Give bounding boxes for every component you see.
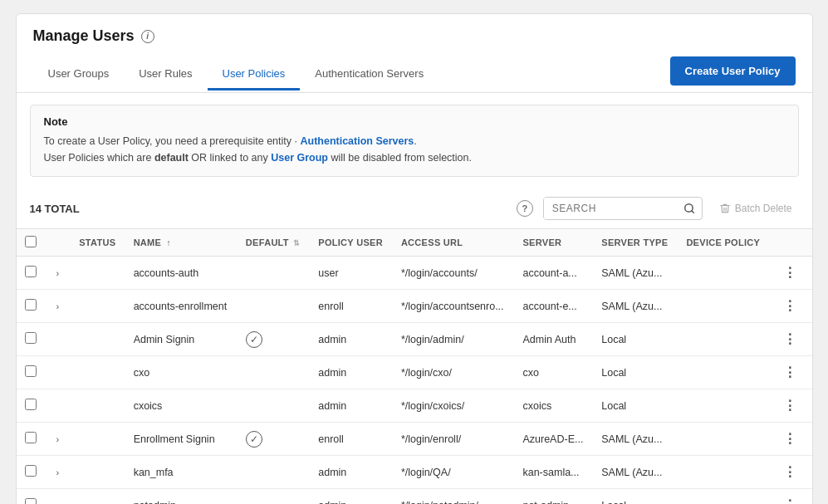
row-actions-button[interactable]: ⋮ bbox=[778, 496, 802, 504]
row-server: account-e... bbox=[514, 290, 593, 323]
row-device-policy bbox=[678, 356, 770, 389]
search-input[interactable] bbox=[544, 198, 677, 219]
row-default bbox=[238, 456, 310, 489]
row-policy-user: admin bbox=[310, 323, 393, 356]
row-expand-cell: › bbox=[45, 456, 71, 489]
note-auth-servers-link[interactable]: Authentication Servers bbox=[300, 135, 414, 147]
row-server: net-admin bbox=[514, 489, 593, 505]
batch-delete-button[interactable]: Batch Delete bbox=[713, 199, 799, 218]
row-access-url: */login/cxo/ bbox=[393, 356, 515, 389]
row-device-policy bbox=[678, 290, 770, 323]
row-actions-button[interactable]: ⋮ bbox=[778, 462, 802, 482]
row-access-url: */login/accounts/ bbox=[393, 257, 515, 290]
tabs: User Groups User Rules User Policies Aut… bbox=[33, 59, 439, 91]
row-policy-user: admin bbox=[310, 389, 393, 423]
row-name: accounts-auth bbox=[125, 257, 238, 290]
tab-user-policies[interactable]: User Policies bbox=[208, 59, 301, 91]
table-row: cxoicsadmin*/login/cxoics/cxoicsLocal⋮ bbox=[17, 389, 812, 423]
row-name: accounts-enrollment bbox=[125, 290, 238, 323]
row-actions-button[interactable]: ⋮ bbox=[778, 429, 802, 448]
row-checkbox[interactable] bbox=[25, 332, 37, 344]
row-status bbox=[71, 489, 125, 505]
row-policy-user: enroll bbox=[310, 290, 393, 323]
table-row: ›accounts-enrollmentenroll*/login/accoun… bbox=[17, 290, 812, 323]
row-device-policy bbox=[678, 489, 770, 505]
col-header-device-policy: DEVICE POLICY bbox=[678, 229, 770, 257]
row-expand-button[interactable]: › bbox=[53, 466, 63, 479]
row-access-url: */login/netadmin/ bbox=[393, 489, 515, 505]
row-server-type: Local bbox=[593, 323, 678, 356]
table-row: Admin Signin✓admin*/login/admin/Admin Au… bbox=[17, 323, 812, 356]
row-expand-cell bbox=[45, 356, 71, 389]
row-expand-cell bbox=[45, 323, 71, 356]
create-user-policy-button[interactable]: Create User Policy bbox=[670, 56, 796, 86]
row-actions-button[interactable]: ⋮ bbox=[778, 296, 802, 316]
tab-authentication-servers[interactable]: Authentication Servers bbox=[300, 59, 438, 91]
row-policy-user: admin bbox=[310, 489, 393, 505]
note-line2-prefix: User Policies which are bbox=[44, 152, 154, 164]
row-server-type: SAML (Azu... bbox=[593, 257, 678, 290]
row-actions-cell: ⋮ bbox=[770, 456, 811, 489]
row-default: ✓ bbox=[238, 323, 310, 356]
note-user-group-link[interactable]: User Group bbox=[271, 152, 328, 164]
select-all-checkbox[interactable] bbox=[25, 236, 37, 247]
batch-delete-label: Batch Delete bbox=[735, 203, 792, 214]
row-checkbox[interactable] bbox=[25, 266, 37, 277]
row-actions-button[interactable]: ⋮ bbox=[778, 330, 802, 349]
row-policy-user: enroll bbox=[310, 423, 393, 456]
tab-user-rules[interactable]: User Rules bbox=[124, 59, 207, 91]
row-checkbox[interactable] bbox=[25, 365, 37, 377]
col-header-actions bbox=[770, 229, 811, 257]
row-checkbox[interactable] bbox=[25, 465, 37, 477]
row-device-policy bbox=[678, 456, 770, 489]
info-icon[interactable]: i bbox=[141, 30, 154, 43]
row-expand-button[interactable]: › bbox=[53, 300, 63, 313]
row-expand-button[interactable]: › bbox=[53, 267, 63, 280]
row-checkbox[interactable] bbox=[25, 399, 37, 410]
row-policy-user: user bbox=[310, 257, 393, 290]
col-header-default[interactable]: DEFAULT ⇅ bbox=[238, 229, 310, 257]
row-status bbox=[71, 290, 125, 323]
note-line1-prefix: To create a User Policy, you need a prer… bbox=[44, 135, 301, 147]
row-checkbox[interactable] bbox=[25, 432, 37, 443]
tabs-row: User Groups User Rules User Policies Aut… bbox=[33, 56, 796, 92]
col-header-name[interactable]: NAME ↑ bbox=[125, 229, 238, 257]
col-header-check bbox=[17, 229, 45, 257]
default-checkmark-icon: ✓ bbox=[246, 431, 262, 448]
row-actions-button[interactable]: ⋮ bbox=[778, 396, 802, 415]
row-policy-user: admin bbox=[310, 356, 393, 389]
row-status bbox=[71, 456, 125, 489]
row-name: netadmin bbox=[125, 489, 238, 505]
col-header-server-type: SERVER TYPE bbox=[593, 229, 678, 257]
row-default: ✓ bbox=[238, 423, 310, 456]
row-status bbox=[71, 389, 125, 423]
search-box bbox=[543, 197, 703, 220]
row-name: kan_mfa bbox=[125, 456, 238, 489]
row-actions-button[interactable]: ⋮ bbox=[778, 363, 802, 382]
row-name: Enrollment Signin bbox=[125, 423, 238, 456]
row-status bbox=[71, 323, 125, 356]
search-button[interactable] bbox=[677, 198, 702, 219]
row-default bbox=[238, 489, 310, 505]
svg-line-1 bbox=[691, 211, 693, 213]
row-access-url: */login/enroll/ bbox=[393, 423, 515, 456]
table-header-row: STATUS NAME ↑ DEFAULT ⇅ POLICY USER ACCE… bbox=[17, 229, 812, 257]
row-status bbox=[71, 356, 125, 389]
page-title: Manage Users i bbox=[33, 27, 796, 45]
row-checkbox[interactable] bbox=[25, 299, 37, 311]
help-icon[interactable]: ? bbox=[517, 200, 533, 217]
row-checkbox[interactable] bbox=[25, 498, 37, 504]
toolbar: 14 TOTAL ? Batch Delete bbox=[17, 188, 812, 228]
note-title: Note bbox=[44, 115, 785, 128]
tab-user-groups[interactable]: User Groups bbox=[33, 59, 125, 91]
row-checkbox-cell bbox=[17, 456, 45, 489]
row-name: cxo bbox=[125, 356, 238, 389]
table-row: ›Enrollment Signin✓enroll*/login/enroll/… bbox=[17, 423, 812, 456]
note-box: Note To create a User Policy, you need a… bbox=[30, 105, 799, 177]
row-actions-button[interactable]: ⋮ bbox=[778, 263, 802, 282]
row-server-type: Local bbox=[593, 356, 678, 389]
row-server: AzureAD-E... bbox=[514, 423, 593, 456]
row-expand-button[interactable]: › bbox=[53, 433, 63, 446]
row-default bbox=[238, 356, 310, 389]
row-actions-cell: ⋮ bbox=[770, 257, 811, 290]
